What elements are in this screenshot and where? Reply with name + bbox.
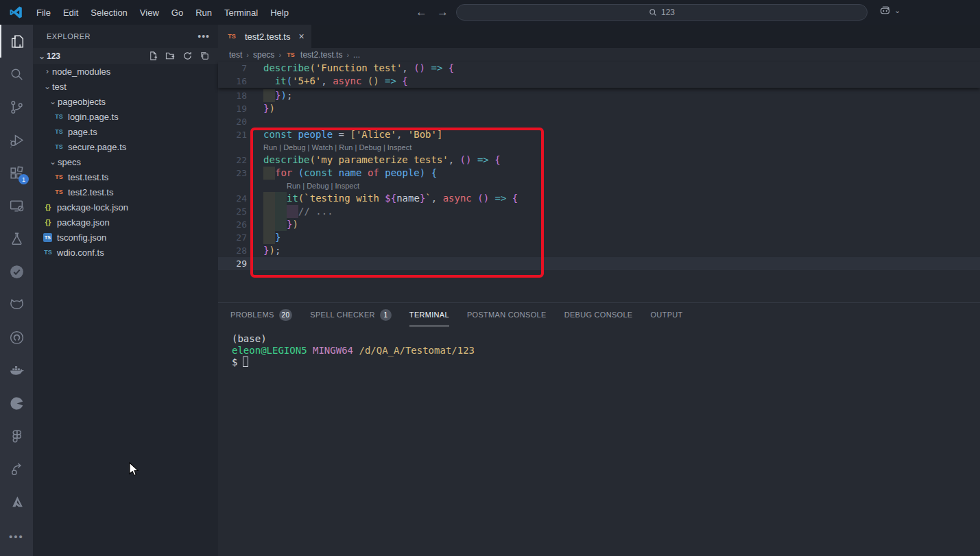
terminal-line: $ bbox=[232, 356, 980, 368]
codelens[interactable]: 0Run | Debug | Inspect bbox=[218, 180, 980, 192]
tree-item-label: test2.test.ts bbox=[68, 187, 113, 197]
menu-edit[interactable]: Edit bbox=[57, 0, 84, 25]
tab-test2-test-ts[interactable]: TS test2.test.ts × bbox=[218, 25, 311, 48]
panel-tab-spell-checker[interactable]: SPELL CHECKER1 bbox=[310, 303, 392, 326]
editor-region: TS test2.test.ts × test›specs›TStest2.te… bbox=[218, 25, 980, 556]
bottom-panel: PROBLEMS20SPELL CHECKER1TERMINALPOSTMAN … bbox=[218, 302, 980, 556]
line-number: 18 bbox=[218, 89, 263, 102]
code-line-7[interactable]: 7 describe('Function test', () => { bbox=[218, 62, 980, 75]
code-line-28[interactable]: 28 }); bbox=[218, 244, 980, 257]
activity-more-icon[interactable]: ••• bbox=[0, 520, 33, 553]
ts-blue-file-icon: TS bbox=[53, 113, 64, 120]
activity-live-share-icon[interactable] bbox=[0, 452, 33, 485]
code-line-18[interactable]: 18 }); bbox=[218, 89, 980, 102]
code-line-16[interactable]: 16 it('5+6', async () => { bbox=[218, 75, 980, 88]
tree-item-label: test bbox=[52, 82, 67, 92]
code-line-22[interactable]: 22 describe('my parameterize tests', () … bbox=[218, 154, 980, 167]
panel-tab-terminal[interactable]: TERMINAL bbox=[409, 303, 449, 326]
tree-file-page-ts[interactable]: TSpage.ts bbox=[33, 124, 218, 139]
tree-file-wdio-conf-ts[interactable]: TSwdio.conf.ts bbox=[33, 245, 218, 260]
terminal-line: (base) bbox=[232, 333, 980, 345]
tree-file-login-page-ts[interactable]: TSlogin.page.ts bbox=[33, 109, 218, 124]
menu-view[interactable]: View bbox=[134, 0, 165, 25]
code-line-21[interactable]: 21 const people = ['Alice', 'Bob'] bbox=[218, 128, 980, 141]
activity-cat-extension-icon[interactable] bbox=[0, 288, 33, 321]
activity-explorer-icon[interactable] bbox=[0, 25, 33, 58]
activity-testing-icon[interactable] bbox=[0, 222, 33, 255]
refresh-icon[interactable] bbox=[182, 51, 193, 61]
nav-back-icon[interactable]: ← bbox=[416, 5, 427, 19]
terminal-cursor bbox=[243, 356, 248, 367]
tree-file-secure-page-ts[interactable]: TSsecure.page.ts bbox=[33, 139, 218, 154]
activity-check-circle-icon[interactable] bbox=[0, 255, 33, 288]
folder-chevron-icon: ⌄ bbox=[48, 157, 58, 167]
tree-file-package-lock-json[interactable]: {}package-lock.json bbox=[33, 200, 218, 215]
activity-extensions-icon[interactable]: 1 bbox=[0, 156, 33, 189]
collapse-all-icon[interactable] bbox=[200, 51, 210, 61]
braces-file-icon: {} bbox=[43, 218, 53, 226]
menu-terminal[interactable]: Terminal bbox=[218, 0, 264, 25]
codelens[interactable]: 0Run | Debug | Watch | Run | Debug | Ins… bbox=[218, 141, 980, 154]
explorer-section-123[interactable]: ⌄ 123 bbox=[33, 48, 218, 64]
code-line-24[interactable]: 24 it(`testing with ${name}`, async () =… bbox=[218, 192, 980, 205]
code-line-20[interactable]: 20 bbox=[218, 115, 980, 128]
menu-selection[interactable]: Selection bbox=[84, 0, 133, 25]
code-line-26[interactable]: 26 }) bbox=[218, 218, 980, 231]
menu-help[interactable]: Help bbox=[264, 0, 295, 25]
panel-tab-debug-console[interactable]: DEBUG CONSOLE bbox=[564, 303, 633, 326]
tree-item-label: secure.page.ts bbox=[68, 142, 126, 152]
menu-go[interactable]: Go bbox=[165, 0, 189, 25]
line-number: 25 bbox=[218, 205, 263, 218]
tree-folder-pageobjects[interactable]: ⌄pageobjects bbox=[33, 94, 218, 109]
activity-github-icon[interactable] bbox=[0, 321, 33, 354]
code-line-25[interactable]: 25 // ... bbox=[218, 205, 980, 218]
line-number: 19 bbox=[218, 102, 263, 115]
code-line-29[interactable]: 29 bbox=[218, 257, 980, 270]
breadcrumb-item[interactable]: specs bbox=[253, 50, 274, 60]
tab-label: test2.test.ts bbox=[245, 32, 290, 42]
tree-item-label: page.ts bbox=[68, 127, 97, 137]
code-line-23[interactable]: 23 for (const name of people) { bbox=[218, 167, 980, 180]
activity-search-icon[interactable] bbox=[0, 58, 33, 90]
tree-file-tsconfig-json[interactable]: TStsconfig.json bbox=[33, 230, 218, 245]
breadcrumb-item[interactable]: ... bbox=[353, 50, 360, 60]
tree-item-label: package-lock.json bbox=[57, 202, 128, 213]
vscode-logo-icon bbox=[8, 5, 23, 20]
code-line-27[interactable]: 27 } bbox=[218, 231, 980, 244]
tree-folder-specs[interactable]: ⌄specs bbox=[33, 154, 218, 169]
panel-tab-problems[interactable]: PROBLEMS20 bbox=[230, 303, 292, 326]
tree-file-test-test-ts[interactable]: TStest.test.ts bbox=[33, 169, 218, 184]
typescript-file-icon: TS bbox=[285, 51, 296, 58]
nav-forward-icon[interactable]: → bbox=[437, 5, 449, 19]
tree-file-package-json[interactable]: {}package.json bbox=[33, 215, 218, 230]
panel-tab-output[interactable]: OUTPUT bbox=[651, 303, 683, 326]
panel-tab-postman-console[interactable]: POSTMAN CONSOLE bbox=[467, 303, 547, 326]
copilot-menu[interactable]: ⌄ bbox=[879, 5, 900, 16]
activity-run-and-debug-icon[interactable] bbox=[0, 123, 33, 156]
breadcrumb-item[interactable]: test2.test.ts bbox=[300, 50, 342, 60]
menu-run[interactable]: Run bbox=[189, 0, 218, 25]
folder-chevron-icon: ⌄ bbox=[43, 82, 52, 91]
activity-circle-notch-extension-icon[interactable] bbox=[0, 387, 33, 420]
explorer-more-actions-icon[interactable]: ••• bbox=[198, 31, 210, 42]
panel-tab-label: SPELL CHECKER bbox=[310, 311, 375, 319]
activity-bar: 1••• bbox=[0, 25, 33, 556]
tree-folder-node-modules[interactable]: ›node_modules bbox=[33, 64, 218, 79]
code-editor[interactable]: 7 describe('Function test', () => { 16 i… bbox=[218, 62, 980, 302]
search-input[interactable]: 123 bbox=[456, 4, 868, 21]
code-line-19[interactable]: 19 }) bbox=[218, 102, 980, 115]
tree-folder-test[interactable]: ⌄test bbox=[33, 79, 218, 94]
search-value: 123 bbox=[661, 8, 675, 17]
new-folder-icon[interactable] bbox=[165, 51, 176, 61]
activity-remote-explorer-icon[interactable] bbox=[0, 189, 33, 222]
menu-file[interactable]: File bbox=[30, 0, 57, 25]
terminal-output[interactable]: (base)eleon@LEGION5 MINGW64 /d/QA_A/Test… bbox=[218, 326, 980, 368]
activity-docker-icon[interactable] bbox=[0, 354, 33, 387]
activity-source-control-icon[interactable] bbox=[0, 90, 33, 123]
tree-file-test2-test-ts[interactable]: TStest2.test.ts bbox=[33, 184, 218, 200]
activity-azure-icon[interactable] bbox=[0, 485, 33, 518]
activity-figma-icon[interactable] bbox=[0, 420, 33, 452]
tab-close-icon[interactable]: × bbox=[298, 31, 304, 42]
breadcrumb-item[interactable]: test bbox=[229, 50, 242, 60]
new-file-icon[interactable] bbox=[148, 51, 158, 61]
